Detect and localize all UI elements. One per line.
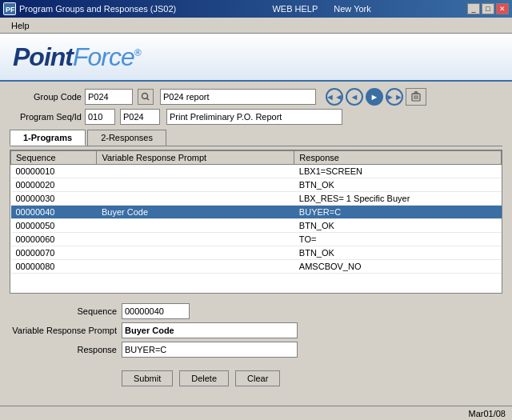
col-variable-prompt: Variable Response Prompt [97, 151, 294, 165]
svg-point-2 [142, 94, 148, 99]
cell-response: BTN_OK [294, 246, 502, 260]
table-row[interactable]: 00000030 LBX_RES= 1 Specific Buyer [11, 192, 502, 206]
nav-first-button[interactable]: ◄◄ [326, 88, 343, 106]
detail-sequence-row: Sequence [10, 303, 502, 319]
cell-seq: 00000030 [11, 192, 97, 206]
title-menu-webhelp[interactable]: WEB HELP [272, 4, 318, 14]
title-bar: PF Program Groups and Responses (JS02) W… [0, 0, 512, 18]
program-desc-input[interactable] [166, 109, 342, 125]
close-button[interactable]: ✕ [496, 3, 509, 14]
cell-prompt [97, 165, 294, 178]
cell-seq: 00000060 [11, 233, 97, 246]
table-row[interactable]: 00000010 LBX1=SCREEN [11, 165, 502, 178]
detail-sequence-label: Sequence [10, 306, 122, 316]
detail-response-row: Response [10, 342, 502, 358]
cell-prompt: Buyer Code [97, 206, 294, 219]
sequence-table-container: Sequence Variable Response Prompt Respon… [10, 150, 502, 294]
tab-responses[interactable]: 2-Responses [87, 130, 166, 146]
tab-programs[interactable]: 1-Programs [10, 130, 86, 146]
col-response: Response [294, 151, 502, 165]
tabs-row: 1-Programs 2-Responses [10, 130, 502, 146]
detail-response-input[interactable] [122, 342, 298, 358]
cell-seq: 00000020 [11, 178, 97, 192]
group-code-row: Group Code ◄◄ ◄ ► ►► [10, 88, 502, 106]
logo-text: PointForce® [13, 42, 141, 71]
maximize-button[interactable]: □ [482, 3, 494, 14]
clear-button[interactable]: Clear [235, 370, 280, 386]
help-menu[interactable]: Help [5, 19, 36, 32]
program-id-input[interactable] [120, 109, 160, 125]
table-row[interactable]: 00000020 BTN_OK [11, 178, 502, 192]
detail-sequence-input[interactable] [122, 303, 190, 319]
logo-area: PointForce® [0, 34, 512, 82]
table-scroll[interactable]: Sequence Variable Response Prompt Respon… [10, 150, 502, 293]
cell-response: BTN_OK [294, 178, 502, 192]
program-seq-row: Program Seq/Id [10, 109, 502, 125]
table-row[interactable]: 00000050 BTN_OK [11, 219, 502, 233]
group-desc-input[interactable] [160, 89, 316, 105]
group-code-search-button[interactable] [138, 89, 154, 105]
record-delete-button[interactable] [406, 88, 426, 106]
cell-seq: 00000070 [11, 246, 97, 260]
window-title: Program Groups and Responses (JS02) [19, 4, 176, 14]
cell-response: LBX_RES= 1 Specific Buyer [294, 192, 502, 206]
detail-variable-input[interactable] [122, 322, 298, 338]
delete-button[interactable]: Delete [179, 370, 229, 386]
main-content: Group Code ◄◄ ◄ ► ►► Program Seq/Id [0, 82, 512, 393]
table-row[interactable]: 00000040 Buyer Code BUYER=C [11, 206, 502, 219]
status-bar: Mar01/08 [0, 406, 512, 420]
cell-response: AMSCBOV_NO [294, 260, 502, 274]
group-code-input[interactable] [85, 89, 133, 105]
table-row[interactable]: 00000070 BTN_OK [11, 246, 502, 260]
nav-prev-button[interactable]: ◄ [346, 88, 363, 106]
detail-section: Sequence Variable Response Prompt Respon… [10, 300, 502, 364]
status-date: Mar01/08 [469, 409, 506, 418]
svg-line-3 [147, 98, 150, 101]
program-seq-label: Program Seq/Id [10, 112, 82, 122]
cell-prompt [97, 246, 294, 260]
nav-next-button[interactable]: ► [366, 88, 383, 106]
group-code-label: Group Code [10, 92, 82, 102]
cell-response: BTN_OK [294, 219, 502, 233]
svg-text:PF: PF [6, 6, 15, 14]
action-buttons: Submit Delete Clear [10, 370, 502, 386]
minimize-button[interactable]: _ [467, 3, 480, 14]
title-menu: WEB HELP New York [272, 4, 370, 14]
app-icon: PF [3, 2, 16, 15]
cell-seq: 00000050 [11, 219, 97, 233]
cell-prompt [97, 233, 294, 246]
cell-prompt [97, 260, 294, 274]
cell-seq: 00000080 [11, 260, 97, 274]
detail-variable-row: Variable Response Prompt [10, 322, 502, 338]
cell-prompt [97, 192, 294, 206]
program-seq-input[interactable] [85, 109, 115, 125]
app-logo: PointForce® [13, 42, 141, 72]
table-row[interactable]: 00000060 TO= [11, 233, 502, 246]
cell-seq: 00000010 [11, 165, 97, 178]
col-sequence: Sequence [11, 151, 97, 165]
title-menu-location: New York [334, 4, 370, 14]
submit-button[interactable]: Submit [122, 370, 173, 386]
table-row[interactable]: 00000080 AMSCBOV_NO [11, 260, 502, 274]
nav-last-button[interactable]: ►► [386, 88, 403, 106]
cell-prompt [97, 178, 294, 192]
detail-response-label: Response [10, 345, 122, 354]
sequence-table: Sequence Variable Response Prompt Respon… [10, 150, 502, 274]
detail-variable-label: Variable Response Prompt [10, 326, 122, 335]
menu-bar: Help [0, 18, 512, 34]
cell-response: LBX1=SCREEN [294, 165, 502, 178]
cell-response: BUYER=C [294, 206, 502, 219]
cell-response: TO= [294, 233, 502, 246]
cell-seq: 00000040 [11, 206, 97, 219]
window-controls: _ □ ✕ [467, 3, 509, 14]
cell-prompt [97, 219, 294, 233]
